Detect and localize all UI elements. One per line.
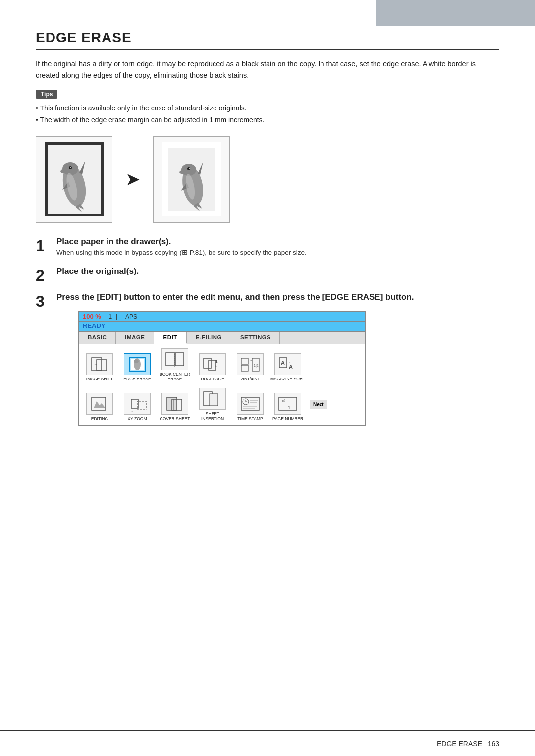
tab-settings[interactable]: SETTINGS xyxy=(231,332,280,344)
tip-2: The width of the edge erase margin can b… xyxy=(36,114,499,126)
svg-marker-47 xyxy=(94,401,106,408)
svg-text:→: → xyxy=(212,398,215,402)
step-2-content: Place the original(s). xyxy=(56,267,499,277)
step-2-number: 2 xyxy=(36,268,50,283)
svg-rect-31 xyxy=(175,353,184,366)
status-percent: 100 xyxy=(83,313,94,320)
icon-edge-erase[interactable]: EDGE ERASE xyxy=(119,353,155,381)
icon-image-shift[interactable]: → IMAGE SHIFT xyxy=(82,353,117,381)
time-stamp-label: TIME STAMP xyxy=(237,416,263,421)
page-number-icon-box: ⏎ 1 □ xyxy=(274,393,301,415)
svg-point-8 xyxy=(69,166,72,169)
svg-point-29 xyxy=(134,359,139,363)
page-title: EDGE ERASE xyxy=(36,30,499,50)
editing-icon-box xyxy=(86,393,113,415)
svg-text:↓: ↓ xyxy=(289,359,291,364)
step-1-number: 1 xyxy=(36,238,50,254)
icon-magazine-sort[interactable]: A ↓ A MAGAZINE SORT xyxy=(270,353,306,381)
ui-icon-row-1: → IMAGE SHIFT xyxy=(79,344,365,383)
svg-text:→: → xyxy=(94,362,98,367)
step-2: 2 Place the original(s). xyxy=(36,267,499,283)
ui-panel: 100 % 1 | APS READY BASIC IMAGE EDIT E-F… xyxy=(78,311,366,426)
dual-page-icon-box: 1 □ xyxy=(199,353,226,375)
sheet-insertion-icon-box: → xyxy=(199,388,226,410)
status-sep2: | xyxy=(114,313,119,320)
illustration-area: ➤ xyxy=(36,136,499,223)
step-1-content: Place paper in the drawer(s). When using… xyxy=(56,237,499,258)
tips-list: This function is available only in the c… xyxy=(36,103,499,126)
svg-rect-33 xyxy=(204,358,211,368)
step-1-desc: When using this mode in bypass copying (… xyxy=(56,248,499,258)
2in1-label: 2IN1/4IN1 xyxy=(241,377,260,381)
editing-label: EDITING xyxy=(91,416,108,421)
dolphin-before xyxy=(36,136,112,223)
svg-rect-37 xyxy=(241,358,248,364)
xy-zoom-label: XY ZOOM xyxy=(127,416,147,421)
icon-cover-sheet[interactable]: COVER SHEET xyxy=(157,393,193,421)
step-3-number: 3 xyxy=(36,293,50,309)
icon-2in1[interactable]: → 1|2 2IN1/4IN1 xyxy=(232,353,268,381)
book-center-label: BOOK CENTER ERASE xyxy=(157,372,193,381)
next-button[interactable]: Next xyxy=(310,400,327,409)
cover-sheet-label: COVER SHEET xyxy=(160,416,190,421)
status-sep xyxy=(103,313,107,320)
page-number: 163 xyxy=(488,740,499,748)
svg-text:↔: ↔ xyxy=(130,409,134,412)
2in1-icon-box: → 1|2 xyxy=(237,353,264,375)
book-center-icon-box xyxy=(161,348,188,370)
magazine-sort-icon-box: A ↓ A xyxy=(274,353,301,375)
svg-rect-34 xyxy=(209,360,216,370)
step-3: 3 Press the [EDIT] button to enter the e… xyxy=(36,292,499,426)
ui-tabs: BASIC IMAGE EDIT E-FILING SETTINGS xyxy=(79,332,365,344)
cover-sheet-icon-box xyxy=(161,393,188,415)
footer-text: EDGE ERASE xyxy=(437,740,482,748)
icon-page-number[interactable]: ⏎ 1 □ PAGE NUMBER xyxy=(270,393,306,421)
status-num: 1 xyxy=(108,313,112,320)
tab-edit[interactable]: EDIT xyxy=(154,332,186,344)
icon-editing[interactable]: EDITING xyxy=(82,393,117,421)
svg-text:□: □ xyxy=(291,406,293,410)
tip-1: This function is available only in the c… xyxy=(36,103,499,114)
step-2-title: Place the original(s). xyxy=(56,267,499,276)
magazine-sort-label: MAGAZINE SORT xyxy=(270,377,305,381)
svg-point-21 xyxy=(189,168,190,169)
icon-book-center[interactable]: BOOK CENTER ERASE xyxy=(157,348,193,381)
xy-zoom-icon-box: ↔ ↕ xyxy=(124,393,151,415)
image-shift-icon-box: → xyxy=(86,353,113,375)
svg-text:□: □ xyxy=(215,364,217,367)
image-shift-label: IMAGE SHIFT xyxy=(86,377,113,381)
dual-page-label: DUAL PAGE xyxy=(201,377,224,381)
svg-point-9 xyxy=(70,167,71,168)
icon-time-stamp[interactable]: TIME STAMP xyxy=(232,393,268,421)
tab-basic[interactable]: BASIC xyxy=(79,332,116,344)
step-3-content: Press the [EDIT] button to enter the edi… xyxy=(56,292,499,426)
tips-label: Tips xyxy=(36,90,57,99)
step-1: 1 Place paper in the drawer(s). When usi… xyxy=(36,237,499,258)
icon-sheet-insertion[interactable]: → SHEET INSERTION xyxy=(195,388,230,421)
edge-erase-icon-box xyxy=(124,353,151,375)
sheet-insertion-label: SHEET INSERTION xyxy=(195,411,230,421)
tab-image[interactable]: IMAGE xyxy=(116,332,154,344)
edge-erase-label: EDGE ERASE xyxy=(123,377,151,381)
step-1-title: Place paper in the drawer(s). xyxy=(56,237,499,247)
svg-rect-30 xyxy=(166,353,174,366)
tips-box: Tips This function is available only in … xyxy=(36,89,499,126)
svg-text:1|2: 1|2 xyxy=(254,364,259,368)
ui-ready-text: READY xyxy=(79,322,365,332)
svg-text:A: A xyxy=(281,360,285,366)
icon-dual-page[interactable]: 1 □ DUAL PAGE xyxy=(195,353,230,381)
steps-container: 1 Place paper in the drawer(s). When usi… xyxy=(36,237,499,426)
svg-text:↕: ↕ xyxy=(138,399,141,401)
svg-text:1: 1 xyxy=(288,405,290,410)
arrow-icon: ➤ xyxy=(125,169,140,190)
svg-text:1: 1 xyxy=(215,359,218,364)
status-aps: APS xyxy=(125,313,137,320)
ui-icon-row-2: EDITING ↔ ↕ XY ZOOM xyxy=(79,384,365,425)
svg-rect-38 xyxy=(241,365,248,371)
footer: EDGE ERASE 163 xyxy=(0,730,535,756)
tab-efiling[interactable]: E-FILING xyxy=(187,332,231,344)
top-bar xyxy=(376,0,535,26)
icon-xy-zoom[interactable]: ↔ ↕ XY ZOOM xyxy=(119,393,155,421)
svg-text:⏎: ⏎ xyxy=(282,399,285,403)
svg-point-20 xyxy=(187,167,190,170)
